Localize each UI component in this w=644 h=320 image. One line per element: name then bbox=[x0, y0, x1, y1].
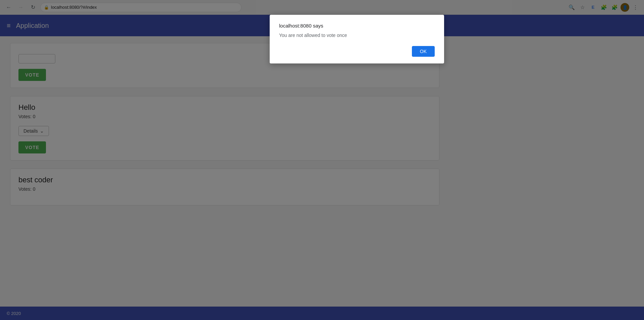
dialog-title: localhost:8080 says bbox=[279, 23, 435, 29]
dialog-message: You are not allowed to vote once bbox=[279, 33, 435, 38]
alert-dialog: localhost:8080 says You are not allowed … bbox=[270, 15, 444, 63]
dialog-ok-button[interactable]: OK bbox=[412, 46, 435, 57]
dialog-actions: OK bbox=[279, 46, 435, 57]
